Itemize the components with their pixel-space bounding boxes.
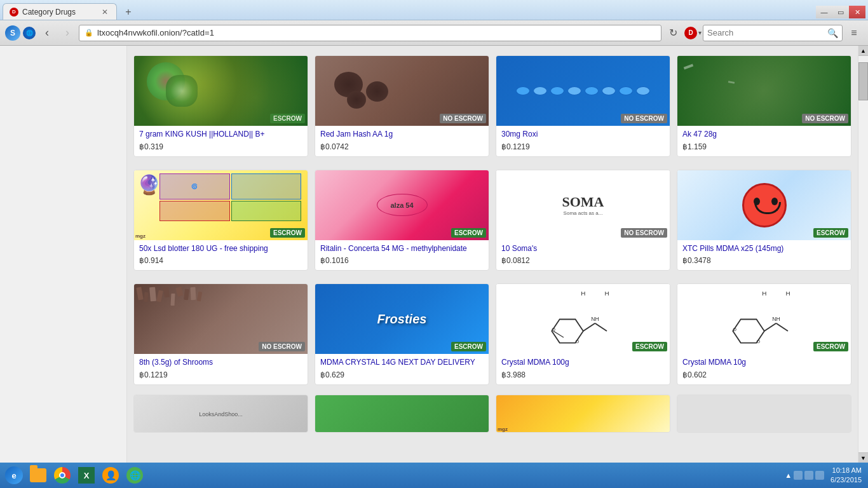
svg-line-4 bbox=[595, 323, 607, 330]
product-card[interactable]: 🔮 🌀 mgz ESCROW 50x Lsd blotter 18 bbox=[133, 170, 308, 271]
search-icon[interactable]: 🔍 bbox=[827, 28, 838, 38]
menu-button[interactable]: ≡ bbox=[845, 24, 863, 42]
refresh-button[interactable]: ↻ bbox=[664, 24, 682, 42]
product-title-link[interactable]: Crystal MDMA 10g bbox=[682, 358, 846, 368]
network-icon bbox=[794, 471, 803, 480]
product-image: NO ESCROW bbox=[496, 56, 670, 126]
product-price: ฿0.0812 bbox=[501, 256, 665, 265]
browser-logo: S bbox=[5, 25, 20, 41]
browser-window: D Category Drugs ✕ + — ▭ ✕ S 🌐 ‹ › 🔒 ↻ bbox=[0, 0, 868, 488]
product-card[interactable]: ESCROW XTC Pills MDMA x25 (145mg) ฿0.347… bbox=[677, 170, 851, 271]
product-card-partial[interactable] bbox=[677, 395, 851, 433]
search-engine-arrow[interactable]: ▾ bbox=[698, 29, 702, 36]
product-row-2: 🔮 🌀 mgz ESCROW 50x Lsd blotter 18 bbox=[133, 166, 851, 274]
taskbar-globe-icon[interactable]: 🌐 bbox=[123, 464, 146, 487]
product-title-link[interactable]: 8th (3.5g) of Shrooms bbox=[139, 358, 302, 368]
product-price: ฿0.602 bbox=[682, 370, 846, 379]
product-title-link[interactable]: 10 Soma's bbox=[501, 244, 665, 254]
new-tab-button[interactable]: + bbox=[119, 4, 137, 20]
product-image: ESCROW bbox=[134, 56, 308, 126]
search-input[interactable] bbox=[707, 28, 825, 37]
product-title-link[interactable]: MDMA CRYSTAL 14G NEXT DAY DELIVERY bbox=[320, 358, 484, 368]
svg-line-3 bbox=[583, 323, 595, 330]
taskbar: e X 👤 🌐 ▲ bbox=[0, 463, 868, 488]
tab-favicon: D bbox=[10, 8, 18, 17]
minimize-button[interactable]: — bbox=[816, 6, 832, 18]
product-info: 7 gram KING KUSH ||HOLLAND|| B+ ฿0.319 bbox=[134, 126, 308, 156]
scroll-thumb[interactable] bbox=[858, 62, 868, 100]
taskbar-chrome-icon[interactable] bbox=[51, 464, 74, 487]
product-title-link[interactable]: Red Jam Hash AA 1g bbox=[320, 130, 484, 140]
product-card[interactable]: H H NH O O bbox=[496, 283, 670, 385]
scrollbar[interactable]: ▲ ▼ bbox=[858, 46, 868, 463]
forward-button[interactable]: › bbox=[58, 24, 76, 42]
product-row-partial: LooksAndShoo... mgz bbox=[133, 395, 851, 433]
product-info: 30mg Roxi ฿0.1219 bbox=[496, 126, 670, 156]
scroll-up-button[interactable]: ▲ bbox=[858, 46, 868, 56]
taskbar-excel-icon[interactable]: X bbox=[75, 464, 98, 487]
close-button[interactable]: ✕ bbox=[849, 6, 865, 18]
product-card[interactable]: NO ESCROW Red Jam Hash AA 1g ฿0.0742 bbox=[315, 55, 489, 157]
product-card[interactable]: NO ESCROW 30mg Roxi ฿0.1219 bbox=[496, 55, 670, 157]
volume-icon bbox=[804, 471, 813, 480]
product-card[interactable]: Frosties ESCROW MDMA CRYSTAL 14G NEXT DA… bbox=[315, 283, 489, 385]
title-bar: D Category Drugs ✕ + — ▭ ✕ bbox=[0, 0, 868, 20]
product-price: ฿0.1219 bbox=[139, 370, 302, 379]
back-button[interactable]: ‹ bbox=[38, 24, 56, 42]
taskbar-folder-icon[interactable] bbox=[27, 464, 50, 487]
product-title-link[interactable]: 7 gram KING KUSH ||HOLLAND|| B+ bbox=[139, 130, 302, 140]
product-card[interactable]: NO ESCROW 8th (3.5g) of Shrooms ฿0.1219 bbox=[133, 283, 308, 385]
product-info: 10 Soma's ฿0.0812 bbox=[496, 240, 670, 271]
tray-arrow[interactable]: ▲ bbox=[785, 471, 792, 479]
product-card-partial[interactable] bbox=[315, 395, 489, 433]
escrow-badge: NO ESCROW bbox=[259, 342, 305, 351]
product-price: ฿3.988 bbox=[501, 370, 665, 379]
molecule-svg: H H NH O O bbox=[505, 288, 661, 351]
product-title-link[interactable]: 30mg Roxi bbox=[501, 130, 665, 140]
product-image: NO ESCROW bbox=[134, 284, 308, 354]
product-title-link[interactable]: 50x Lsd blotter 180 UG - free shipping bbox=[139, 244, 302, 254]
smiley-icon bbox=[742, 183, 787, 227]
product-row-3: NO ESCROW 8th (3.5g) of Shrooms ฿0.1219 … bbox=[133, 280, 851, 388]
product-card-partial[interactable]: mgz bbox=[496, 395, 670, 433]
escrow-badge: ESCROW bbox=[813, 342, 848, 351]
product-image: H H NH O O ESCROW bbox=[677, 284, 851, 354]
svg-text:NH: NH bbox=[772, 316, 780, 322]
product-card[interactable]: NO ESCROW Ak 47 28g ฿1.159 bbox=[677, 55, 851, 157]
scroll-down-button[interactable]: ▼ bbox=[858, 452, 868, 463]
product-card[interactable]: SOMA Soma acts as a... NO ESCROW 10 Soma… bbox=[496, 170, 670, 271]
content-area: ESCROW 7 gram KING KUSH ||HOLLAND|| B+ ฿… bbox=[0, 46, 868, 463]
ritalin-pill: alza 54 bbox=[377, 194, 428, 216]
product-price: ฿0.629 bbox=[320, 370, 484, 379]
tab-close-button[interactable]: ✕ bbox=[100, 7, 110, 17]
product-title-link[interactable]: Ritalin - Concerta 54 MG - methylphenida… bbox=[320, 244, 484, 254]
search-area: D ▾ 🔍 bbox=[684, 25, 843, 41]
product-title-link[interactable]: XTC Pills MDMA x25 (145mg) bbox=[682, 244, 846, 254]
partial-image bbox=[677, 395, 851, 433]
svg-line-13 bbox=[776, 323, 788, 330]
taskbar-start-orb[interactable]: e bbox=[3, 464, 25, 487]
escrow-badge: NO ESCROW bbox=[621, 114, 667, 123]
product-title-link[interactable]: Ak 47 28g bbox=[682, 130, 846, 140]
product-card-partial[interactable]: LooksAndShoo... bbox=[133, 395, 308, 433]
product-card[interactable]: ESCROW 7 gram KING KUSH ||HOLLAND|| B+ ฿… bbox=[133, 55, 308, 157]
active-tab[interactable]: D Category Drugs ✕ bbox=[3, 3, 117, 20]
soma-subtext: Soma acts as a... bbox=[564, 210, 603, 216]
product-info: Crystal MDMA 10g ฿0.602 bbox=[677, 354, 851, 384]
product-card[interactable]: alza 54 ESCROW Ritalin - Concerta 54 MG … bbox=[315, 170, 489, 271]
url-input[interactable] bbox=[97, 28, 656, 37]
svg-text:O: O bbox=[756, 338, 760, 344]
product-card[interactable]: H H NH O O ESCROW bbox=[677, 283, 851, 385]
product-price: ฿0.1219 bbox=[501, 142, 665, 151]
address-icon: 🔒 bbox=[85, 29, 93, 37]
product-title-link[interactable]: Crystal MDMA 100g bbox=[501, 358, 665, 368]
product-price: ฿0.1016 bbox=[320, 256, 484, 265]
svg-text:H: H bbox=[762, 290, 766, 297]
product-info: XTC Pills MDMA x25 (145mg) ฿0.3478 bbox=[677, 240, 851, 271]
taskbar-vpn-icon[interactable]: 👤 bbox=[99, 464, 122, 487]
maximize-button[interactable]: ▭ bbox=[832, 6, 849, 18]
main-content[interactable]: ESCROW 7 gram KING KUSH ||HOLLAND|| B+ ฿… bbox=[127, 46, 858, 463]
product-price: ฿0.914 bbox=[139, 256, 302, 265]
svg-line-12 bbox=[764, 323, 776, 330]
time-display: 10:18 AM bbox=[831, 466, 862, 475]
